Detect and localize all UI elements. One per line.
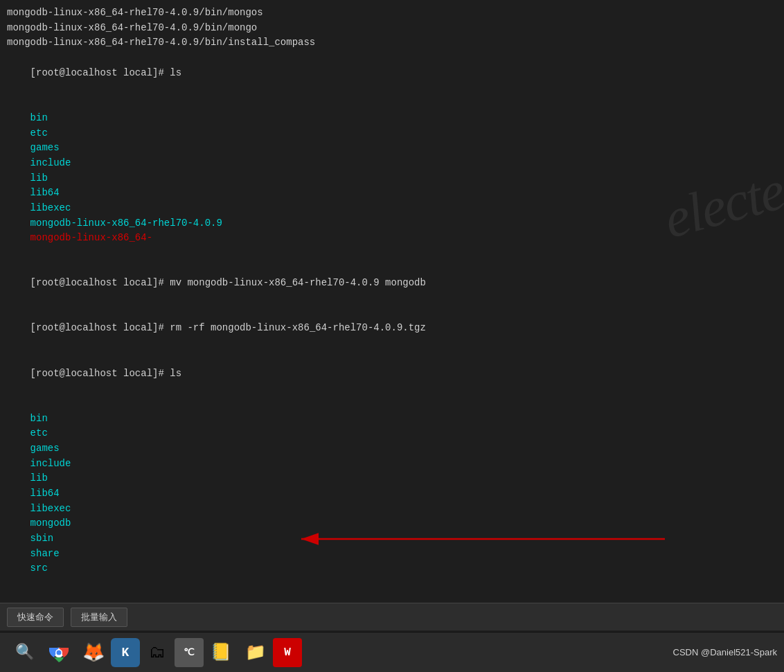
- taskbar: 🔍 🦊 K 🗂 ℃ 📒 📁 W CSDN @Daniel521-Spark: [0, 632, 784, 672]
- batch-input-button[interactable]: 批量输入: [71, 608, 127, 627]
- line-mongos: mongodb-linux-x86_64-rhel70-4.0.9/bin/mo…: [7, 6, 777, 21]
- terminal: electe mongodb-linux-x86_64-rhel70-4.0.9…: [0, 0, 784, 624]
- taskbar-right-text: CSDN @Daniel521-Spark: [673, 647, 777, 657]
- bottom-toolbar: 快速命令 批量输入: [0, 603, 784, 630]
- line-install-compass: mongodb-linux-x86_64-rhel70-4.0.9/bin/in…: [7, 35, 777, 51]
- k-app-icon[interactable]: K: [111, 638, 140, 667]
- search-taskbar[interactable]: 🔍: [7, 635, 42, 670]
- yellow-app-icon[interactable]: 📒: [204, 635, 238, 670]
- line-cmd-rm: [root@localhost local]# rm -rf mongodb-l…: [7, 306, 777, 351]
- line-cmd-ls1: [root@localhost local]# ls: [7, 51, 777, 96]
- quick-command-button[interactable]: 快速命令: [7, 608, 64, 627]
- line-cmd-ls2: [root@localhost local]# ls: [7, 351, 777, 396]
- line-cmd-mv: [root@localhost local]# mv mongodb-linux…: [7, 261, 777, 306]
- line-ls2-output: bin etc games include lib lib64 libexec …: [7, 396, 777, 592]
- svg-point-4: [57, 650, 62, 655]
- firefox-icon[interactable]: 🦊: [76, 635, 111, 670]
- chrome-icon[interactable]: [42, 635, 76, 670]
- file-manager-icon[interactable]: 🗂: [140, 635, 175, 670]
- wps-icon[interactable]: W: [273, 638, 302, 667]
- et-icon[interactable]: ℃: [175, 638, 204, 667]
- line-ls1-output: bin etc games include lib lib64 libexec …: [7, 96, 777, 261]
- line-mongo: mongodb-linux-x86_64-rhel70-4.0.9/bin/mo…: [7, 21, 777, 36]
- files-icon[interactable]: 📁: [238, 635, 273, 670]
